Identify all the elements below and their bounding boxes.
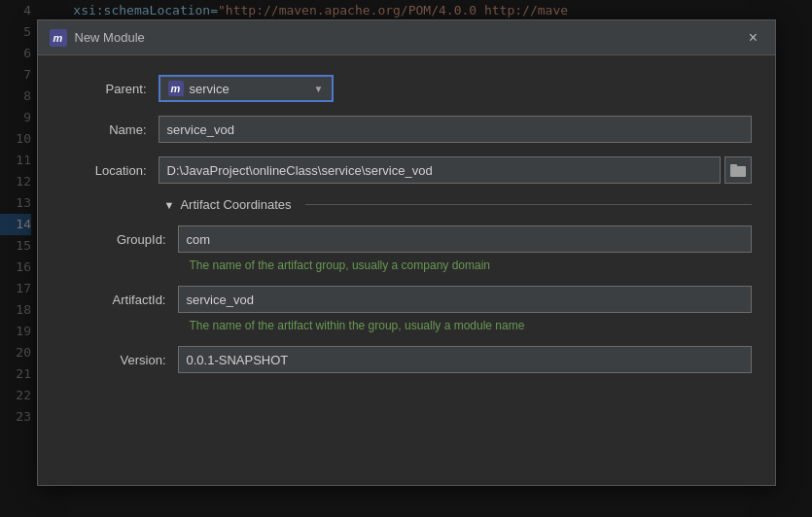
artifact-section: GroupId: The name of the artifact group,…	[61, 225, 752, 373]
section-divider	[305, 204, 752, 205]
parent-label: Parent:	[61, 82, 159, 96]
svg-rect-0	[730, 166, 746, 177]
version-row: Version:	[81, 346, 752, 373]
name-input[interactable]	[159, 116, 752, 143]
artifactid-hint: The name of the artifact within the grou…	[81, 319, 752, 332]
parent-row: Parent: m service ▼	[61, 75, 752, 102]
name-row: Name:	[61, 116, 752, 143]
parent-value: service	[190, 82, 229, 96]
location-input[interactable]	[159, 156, 721, 184]
chevron-down-icon: ▼	[314, 84, 324, 94]
dialog-title: New Module	[75, 30, 744, 45]
artifactid-input[interactable]	[178, 286, 752, 313]
svg-rect-1	[730, 164, 737, 167]
folder-icon	[730, 163, 746, 177]
version-label: Version:	[81, 353, 178, 367]
location-wrapper	[159, 156, 752, 184]
artifact-coordinates-title: Artifact Coordinates	[180, 197, 291, 212]
new-module-dialog: m New Module × Parent: m service ▼ Name:	[37, 19, 776, 486]
location-label: Location:	[61, 163, 159, 178]
groupid-label: GroupId:	[81, 232, 178, 247]
dialog-icon: m	[50, 29, 67, 47]
groupid-input[interactable]	[178, 225, 752, 253]
name-label: Name:	[61, 122, 159, 137]
groupid-row: GroupId:	[81, 225, 752, 253]
parent-module-icon: m	[168, 81, 184, 96]
artifact-section-header: ▼ Artifact Coordinates	[61, 197, 752, 212]
artifactid-row: ArtifactId:	[81, 286, 752, 313]
parent-dropdown[interactable]: m service ▼	[159, 75, 334, 102]
browse-button[interactable]	[724, 156, 752, 184]
dialog-titlebar: m New Module ×	[38, 20, 775, 55]
close-button[interactable]: ×	[744, 28, 763, 48]
collapse-icon[interactable]: ▼	[164, 199, 175, 211]
version-input[interactable]	[178, 346, 752, 373]
groupid-hint: The name of the artifact group, usually …	[81, 258, 752, 272]
artifactid-label: ArtifactId:	[81, 293, 178, 307]
location-row: Location:	[61, 156, 752, 184]
